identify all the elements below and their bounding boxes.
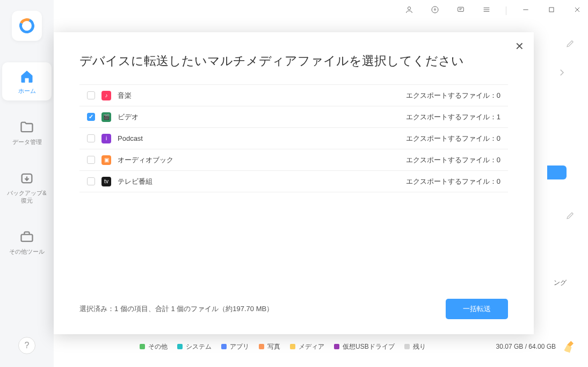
checkbox[interactable]	[87, 113, 95, 121]
storage-text: 30.07 GB / 64.00 GB	[496, 343, 556, 350]
legend-label: アプリ	[230, 342, 249, 351]
nav-label: データ管理	[12, 138, 42, 146]
legend-item: メディア	[290, 342, 324, 351]
panel-edge	[547, 165, 567, 179]
modal-footer: 選択済み：1 個の項目、合計 1 個のファイル（約197.70 MB） 一括転送	[79, 299, 508, 319]
nav-label: バックアップ& 復元	[7, 189, 46, 205]
minimize-button[interactable]	[519, 3, 532, 18]
legend-item: 写真	[259, 342, 280, 351]
checkbox[interactable]	[87, 91, 95, 99]
legend-swatch	[221, 344, 227, 349]
legend-label: 写真	[267, 342, 280, 351]
file-type-icon: ▣	[101, 155, 111, 165]
titlebar	[54, 0, 588, 21]
file-name: オーディオブック	[118, 155, 400, 165]
nav-label: その他ツール	[9, 248, 45, 256]
maximize-icon	[547, 5, 556, 14]
legend-item: 仮想USBドライブ	[334, 342, 395, 351]
close-icon	[573, 5, 582, 14]
legend-swatch	[290, 344, 295, 349]
legend-swatch	[259, 344, 264, 349]
file-row[interactable]: tvテレビ番組エクスポートするファイル：0	[79, 171, 508, 192]
legend-label: メディア	[299, 342, 324, 351]
file-name: ビデオ	[118, 112, 400, 122]
edit-icon[interactable]	[565, 211, 575, 220]
file-type-icon: 🎬	[101, 112, 111, 122]
storage-bar: その他システムアプリ写真メディア仮想USBドライブ残り 30.07 GB / 6…	[140, 339, 577, 354]
legend-swatch	[140, 344, 145, 349]
svg-rect-1	[21, 234, 33, 241]
svg-rect-4	[458, 7, 464, 11]
app-logo	[12, 11, 42, 41]
minimize-icon	[521, 5, 530, 14]
titlebar-divider	[506, 6, 506, 15]
feedback-icon	[456, 5, 465, 14]
storage-legend: その他システムアプリ写真メディア仮想USBドライブ残り	[140, 342, 490, 351]
file-type-icon: i	[101, 134, 111, 143]
legend-label: その他	[148, 342, 168, 351]
file-count: エクスポートするファイル：0	[406, 91, 500, 100]
checkbox[interactable]	[87, 156, 95, 164]
legend-swatch	[334, 344, 339, 349]
account-button[interactable]	[403, 3, 416, 18]
modal-summary: 選択済み：1 個の項目、合計 1 個のファイル（約197.70 MB）	[79, 304, 273, 314]
legend-item: その他	[140, 342, 168, 351]
transfer-button[interactable]: 一括転送	[446, 299, 508, 319]
nav-home[interactable]: ホーム	[2, 62, 52, 100]
file-type-icon: tv	[101, 177, 111, 186]
legend-label: 残り	[413, 342, 426, 351]
file-type-icon: ♪	[101, 91, 111, 100]
help-button[interactable]: ?	[18, 337, 35, 354]
legend-swatch	[404, 344, 410, 349]
folder-icon	[19, 120, 34, 135]
file-count: エクスポートするファイル：0	[406, 177, 500, 186]
file-name: 音楽	[118, 91, 400, 100]
truncated-label: ング	[554, 278, 567, 287]
file-row[interactable]: ▣オーディオブックエクスポートするファイル：0	[79, 149, 508, 171]
file-count: エクスポートするファイル：0	[406, 155, 500, 165]
nav-data[interactable]: データ管理	[2, 113, 52, 152]
close-button[interactable]	[571, 3, 584, 18]
chevron-right-icon	[557, 68, 567, 77]
legend-item: 残り	[404, 342, 426, 351]
legend-item: システム	[177, 342, 212, 351]
checkbox[interactable]	[87, 134, 95, 142]
nav-label: ホーム	[18, 87, 36, 95]
file-list: ♪音楽エクスポートするファイル：0🎬ビデオエクスポートするファイル：1iPodc…	[79, 84, 508, 192]
download-icon	[431, 5, 439, 14]
file-count: エクスポートするファイル：1	[406, 112, 500, 122]
checkbox[interactable]	[87, 177, 95, 185]
svg-rect-5	[549, 8, 554, 12]
file-name: Podcast	[118, 134, 400, 142]
transfer-modal: ✕ デバイスに転送したいマルチメディアファイルを選択してください ♪音楽エクスポ…	[54, 32, 534, 334]
modal-close-button[interactable]: ✕	[515, 40, 524, 53]
file-row[interactable]: iPodcastエクスポートするファイル：0	[79, 128, 508, 149]
legend-swatch	[177, 344, 183, 349]
download-button[interactable]	[429, 3, 441, 18]
file-name: テレビ番組	[118, 177, 400, 186]
sidebar: ホーム データ管理 バックアップ& 復元 その他ツール ?	[0, 0, 54, 367]
file-count: エクスポートするファイル：0	[406, 134, 500, 143]
menu-button[interactable]	[480, 3, 493, 18]
svg-point-2	[408, 7, 410, 10]
edit-icon[interactable]	[565, 39, 575, 48]
nav-backup[interactable]: バックアップ& 復元	[2, 164, 52, 210]
maximize-button[interactable]	[545, 3, 558, 18]
file-row[interactable]: ♪音楽エクスポートするファイル：0	[79, 85, 508, 106]
toolbox-icon	[19, 229, 34, 244]
user-icon	[405, 5, 413, 14]
file-row[interactable]: 🎬ビデオエクスポートするファイル：1	[79, 106, 508, 128]
nav-tools[interactable]: その他ツール	[2, 223, 52, 261]
next-button[interactable]	[557, 68, 567, 80]
home-icon	[19, 69, 34, 84]
legend-label: システム	[186, 342, 212, 351]
modal-title: デバイスに転送したいマルチメディアファイルを選択してください	[54, 32, 534, 84]
legend-item: アプリ	[221, 342, 249, 351]
legend-label: 仮想USBドライブ	[343, 342, 395, 351]
feedback-button[interactable]	[454, 3, 467, 18]
menu-icon	[482, 5, 491, 14]
cleanup-icon[interactable]	[562, 339, 577, 354]
backup-icon	[19, 171, 34, 186]
